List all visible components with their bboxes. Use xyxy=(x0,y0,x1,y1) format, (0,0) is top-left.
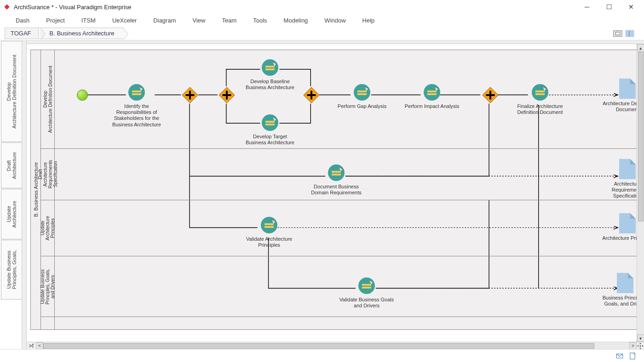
horizontal-scrollbar[interactable]: >f < > xyxy=(27,342,644,349)
vertical-scrollbar[interactable]: ▴ ▾ xyxy=(637,44,644,342)
ruler-vertical xyxy=(22,40,27,349)
lane-1-header[interactable]: Develop Architecture Definition Document xyxy=(41,50,55,148)
bpmn-pool[interactable]: B. Business Architecture Develop Archite… xyxy=(30,50,644,330)
main-area: Develop Architecture Definition Document… xyxy=(0,40,644,349)
menu-help[interactable]: Help xyxy=(354,15,383,26)
svg-rect-6 xyxy=(132,90,141,92)
gateway-merge-2[interactable] xyxy=(482,86,499,104)
maximize-button[interactable]: ☐ xyxy=(600,0,618,13)
svg-rect-18 xyxy=(357,90,367,92)
menu-modeling[interactable]: Modeling xyxy=(276,15,316,26)
svg-rect-25 xyxy=(535,90,545,92)
svg-rect-35 xyxy=(362,287,371,288)
activity-validate-principles[interactable]: Validate Architecture Principles xyxy=(242,216,297,248)
svg-rect-14 xyxy=(265,121,275,123)
start-event[interactable] xyxy=(77,90,88,101)
outer-tab-2[interactable]: Draft Architecture xyxy=(1,142,22,188)
svg-rect-11 xyxy=(265,66,275,68)
svg-rect-1 xyxy=(614,31,622,36)
svg-marker-0 xyxy=(4,4,10,10)
outer-tab-3[interactable]: Update Architecture xyxy=(1,189,22,239)
activity-identify-stakeholders[interactable]: Identify the Responsibilities of Stakeho… xyxy=(109,83,164,128)
menu-itsm[interactable]: ITSM xyxy=(73,15,104,26)
menu-team[interactable]: Team xyxy=(213,15,245,26)
note-icon[interactable] xyxy=(628,352,637,360)
gateway-split-1[interactable] xyxy=(181,86,199,104)
canvas-wrap: B. Business Architecture Develop Archite… xyxy=(27,40,644,349)
menubar: Dash Project ITSM UeXceler Diagram View … xyxy=(0,14,644,27)
scroll-right-button[interactable]: > xyxy=(629,342,637,350)
menu-project[interactable]: Project xyxy=(38,15,73,26)
activity-baseline[interactable]: Develop Baseline Business Architecture xyxy=(242,58,298,90)
panel-layout-icon[interactable] xyxy=(625,29,635,38)
scroll-left-button[interactable]: < xyxy=(36,342,43,350)
vscroll-track[interactable] xyxy=(638,51,644,334)
lane-3-header[interactable]: Update Architecture Principles xyxy=(41,200,55,256)
svg-rect-15 xyxy=(265,124,275,125)
pan-handle-icon[interactable] xyxy=(637,342,644,350)
scroll-track[interactable] xyxy=(43,343,629,349)
menu-diagram[interactable]: Diagram xyxy=(145,15,184,26)
scroll-up-button[interactable]: ▴ xyxy=(637,44,644,51)
tab-left-indicator: >f xyxy=(27,343,36,349)
lane-2[interactable]: Draft Architecture Requirements Specific… xyxy=(41,149,644,200)
svg-rect-2 xyxy=(615,32,620,35)
menu-dash[interactable]: Dash xyxy=(7,15,38,26)
svg-rect-34 xyxy=(362,284,371,286)
vscroll-thumb[interactable] xyxy=(638,52,644,221)
svg-rect-19 xyxy=(357,93,367,95)
svg-rect-32 xyxy=(264,226,274,228)
diagram-canvas[interactable]: B. Business Architecture Develop Archite… xyxy=(27,44,644,342)
fit-window-icon[interactable] xyxy=(613,29,623,38)
close-button[interactable]: ✕ xyxy=(622,0,640,13)
svg-rect-12 xyxy=(265,68,275,70)
activity-finalize[interactable]: Finalize Architecture Definition Documen… xyxy=(512,83,568,115)
lane-4-header[interactable]: Update Business Principles, Goals, and D… xyxy=(41,256,55,317)
breadcrumb-root[interactable]: TOGAF xyxy=(5,28,41,39)
breadcrumb: TOGAF B. Business Architecture xyxy=(0,27,644,40)
activity-target[interactable]: Develop Target Business Architecture xyxy=(242,113,298,146)
statusbar xyxy=(0,349,644,362)
svg-rect-7 xyxy=(132,93,141,95)
svg-point-36 xyxy=(640,345,641,346)
svg-rect-26 xyxy=(535,93,545,95)
app-logo xyxy=(4,4,10,10)
svg-rect-31 xyxy=(264,223,274,225)
minimize-button[interactable]: ─ xyxy=(578,0,596,13)
activity-validate-goals[interactable]: Validate Business Goals and Drivers xyxy=(339,277,394,309)
lane-5-header[interactable] xyxy=(41,317,55,329)
ruler-horizontal xyxy=(27,40,644,44)
outer-tab-4[interactable]: Update Business Principles, Goals, xyxy=(1,240,22,300)
lane-2-header[interactable]: Draft Architecture Requirements Specific… xyxy=(41,149,55,200)
svg-rect-3 xyxy=(626,30,634,37)
scroll-down-button[interactable]: ▾ xyxy=(637,334,644,342)
outer-tabs: Develop Architecture Definition Document… xyxy=(0,40,22,349)
svg-rect-29 xyxy=(332,174,341,175)
menu-tools[interactable]: Tools xyxy=(245,15,275,26)
outer-tab-1[interactable]: Develop Architecture Definition Document xyxy=(1,41,22,142)
breadcrumb-current[interactable]: B. Business Architecture xyxy=(38,28,124,39)
titlebar: ArchiSurance * - Visual Paradigm Enterpr… xyxy=(0,0,644,14)
lane-3[interactable]: Update Architecture Principles xyxy=(41,200,644,256)
lane-1[interactable]: Develop Architecture Definition Document xyxy=(41,50,644,149)
lane-5[interactable] xyxy=(41,317,644,329)
mail-icon[interactable] xyxy=(615,352,624,360)
menu-window[interactable]: Window xyxy=(316,15,354,26)
activity-impact-analysis[interactable]: Perform Impact Analysis xyxy=(404,83,460,109)
svg-rect-28 xyxy=(332,171,341,173)
svg-rect-22 xyxy=(427,93,437,95)
menu-uexceler[interactable]: UeXceler xyxy=(104,15,145,26)
svg-rect-21 xyxy=(427,90,437,92)
activity-document-requirements[interactable]: Document Business Domain Requirements xyxy=(309,164,364,196)
window-title: ArchiSurance * - Visual Paradigm Enterpr… xyxy=(14,4,132,11)
menu-view[interactable]: View xyxy=(184,15,213,26)
lane-4[interactable]: Update Business Principles, Goals, and D… xyxy=(41,256,644,317)
pool-header[interactable]: B. Business Architecture xyxy=(31,50,41,329)
gateway-split-2[interactable] xyxy=(218,86,236,104)
activity-gap-analysis[interactable]: Perform Gap Analysis xyxy=(334,83,390,109)
scroll-thumb[interactable] xyxy=(43,343,594,349)
gateway-merge-1[interactable] xyxy=(303,86,320,104)
